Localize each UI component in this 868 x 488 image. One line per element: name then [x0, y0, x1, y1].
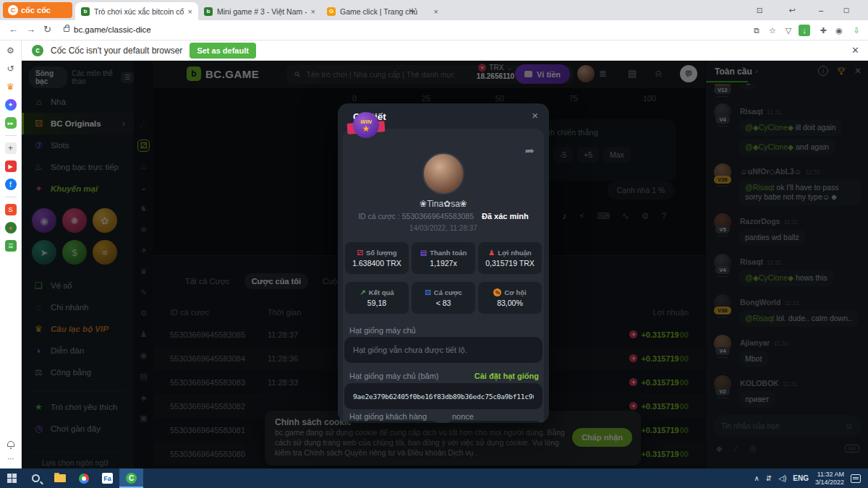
stat-icon: ↗: [359, 288, 365, 296]
bettor-username[interactable]: ❀Tina✿sa❀: [338, 199, 549, 209]
extensions-icon[interactable]: ✚: [817, 25, 829, 36]
stat-value: < 83: [436, 299, 451, 307]
facebook-app-icon[interactable]: Fa: [95, 468, 119, 488]
seed-settings-link[interactable]: Cài đặt hạt giống: [475, 372, 539, 380]
youtube-icon[interactable]: ▶: [5, 160, 17, 172]
games-gamepad-icon[interactable]: ▸▸: [5, 117, 17, 129]
tab-strip: b Trò chơi xúc xắc bitcoin cổ đ × b Mini…: [75, 0, 444, 18]
start-button[interactable]: [0, 468, 24, 488]
stat-label: Cơ hội: [504, 288, 527, 296]
translate-icon[interactable]: ⧉: [751, 25, 762, 36]
tab-favicon: b: [204, 7, 213, 16]
notice-close-icon[interactable]: ✕: [851, 45, 859, 56]
stat-icon: %: [493, 288, 501, 296]
taskbar-search-icon[interactable]: [24, 468, 48, 488]
reload-icon[interactable]: ↻: [43, 24, 51, 35]
stat-label: Lợi nhuận: [498, 249, 531, 257]
stat-value: 0,315719 TRX: [485, 259, 535, 267]
stat-value: 1.638400 TRX: [352, 259, 401, 267]
coccoc-menu-button[interactable]: C cốc cốc: [3, 2, 72, 18]
bookmark-star-icon[interactable]: ☆: [767, 25, 778, 36]
chrome-icon[interactable]: [72, 468, 95, 488]
browser-tab[interactable]: b Mini game # 3 - Việt Nam - ×: [198, 2, 321, 20]
bettor-avatar[interactable]: [422, 153, 464, 194]
facebook-icon[interactable]: f: [5, 179, 17, 190]
nonce-field[interactable]: [446, 421, 542, 423]
browser-sidebar-bottom: ⋯: [0, 441, 22, 468]
bet-stats-grid: ⚂Số lượng 1.638400 TRX ▤Thanh toán 1,192…: [345, 242, 542, 314]
coccoc-logo-icon: C: [8, 5, 18, 15]
bet-datetime: 14/03/2022, 11:28:37: [338, 224, 549, 232]
profile-icon[interactable]: ◉: [833, 25, 845, 36]
stat-cell: ⚂Số lượng 1.638400 TRX: [345, 242, 409, 274]
news-feed-icon[interactable]: ☰: [5, 240, 17, 252]
stat-icon: ⚂: [357, 249, 363, 257]
downloads-tray-icon[interactable]: ⇩: [851, 25, 862, 36]
add-shortcut-icon[interactable]: +: [5, 142, 17, 154]
set-default-button[interactable]: Set as default: [190, 43, 256, 59]
coccoc-taskbar-icon[interactable]: C: [119, 468, 143, 488]
hashed-seed-label: Hạt giống máy chủ (băm): [349, 372, 439, 380]
tab-favicon: G: [327, 7, 336, 16]
bet-id-row: ID cá cược : 55303669645583085 Đã xác mi…: [338, 212, 549, 221]
default-browser-notice: c Cốc Cốc isn't your default browser Set…: [22, 40, 868, 61]
stat-cell: ♟Lợi nhuận 0,315719 TRX: [478, 242, 542, 274]
tray-expand-icon[interactable]: ∧: [754, 474, 760, 482]
more-options-icon[interactable]: ⋯: [5, 453, 17, 464]
plant-widget-icon[interactable]: ●: [5, 222, 17, 234]
hashed-seed-field[interactable]: 9ae2e379b62405f0be16f83db89b36edc75c0a9b…: [344, 383, 542, 409]
verify-link[interactable]: Đã xác minh: [482, 212, 529, 221]
tab-favicon: b: [81, 7, 90, 16]
browser-tab[interactable]: b Trò chơi xúc xắc bitcoin cổ đ ×: [75, 2, 198, 20]
volume-icon[interactable]: ◁): [778, 474, 786, 482]
notice-text: Cốc Cốc isn't your default browser: [51, 46, 182, 56]
share-icon[interactable]: ➦: [525, 144, 535, 158]
notifications-bell-icon[interactable]: [7, 441, 14, 447]
clock-date: 3/14/2022: [815, 479, 844, 487]
stat-value: 1,1927x: [430, 259, 456, 267]
stat-icon: ⚄: [425, 288, 431, 296]
stat-cell: ▤Thanh toán 1,1927x: [412, 242, 475, 274]
clock-time: 11:32 AM: [815, 471, 844, 479]
history-icon[interactable]: ↺: [5, 63, 17, 74]
forward-icon[interactable]: →: [26, 24, 35, 35]
modal-close-icon[interactable]: ×: [532, 109, 538, 121]
close-window-button[interactable]: ×: [856, 0, 868, 20]
minimize-button[interactable]: –: [807, 0, 835, 20]
download-active-icon[interactable]: ↓: [799, 25, 810, 36]
new-tab-button[interactable]: +: [405, 4, 420, 18]
recent-tabs-icon[interactable]: ↩: [778, 0, 807, 20]
webpage-viewport: Sòng bạc Các môn thể thao ☰ ⌂ Nhà ⚄ BC O…: [22, 61, 868, 468]
settings-gear-icon[interactable]: ⚙: [5, 45, 17, 56]
browser-tab[interactable]: G Game click | Trang chủ ×: [321, 2, 444, 20]
action-center-icon[interactable]: [851, 474, 861, 483]
padlock-icon[interactable]: [64, 27, 69, 32]
client-seed-field[interactable]: [344, 421, 440, 423]
stat-label: Số lượng: [366, 249, 397, 257]
network-icon[interactable]: ⇵: [766, 474, 772, 482]
stat-cell: ↗Kết quả 59,18: [345, 282, 409, 314]
url-text[interactable]: bc.game/classic-dice: [74, 25, 151, 34]
taskbar-clock[interactable]: 11:32 AM 3/14/2022: [815, 471, 844, 487]
tab-close-icon[interactable]: ×: [434, 7, 438, 16]
coccoc-notice-icon: c: [32, 45, 43, 56]
back-icon[interactable]: ←: [9, 24, 18, 35]
screen: C cốc cốc b Trò chơi xúc xắc bitcoin cổ …: [0, 0, 868, 488]
stat-label: Kết quả: [369, 288, 394, 296]
coccoc-brand-label: cốc cốc: [21, 6, 51, 14]
tab-close-icon[interactable]: ×: [311, 7, 315, 16]
tab-search-icon[interactable]: ⊡: [745, 0, 774, 20]
keyboard-language[interactable]: ENG: [793, 474, 809, 482]
rewards-crown-icon[interactable]: ♛: [5, 81, 17, 93]
server-seed-field[interactable]: Hạt giống vẫn chưa được tiết lộ.: [344, 337, 542, 363]
tab-title: Mini game # 3 - Việt Nam -: [217, 7, 307, 16]
tab-close-icon[interactable]: ×: [188, 7, 192, 16]
file-explorer-icon[interactable]: [48, 468, 72, 488]
shopee-icon[interactable]: S: [5, 204, 17, 215]
bet-id-value: ID cá cược : 55303669645583085: [358, 212, 474, 221]
hashed-seed-value: 9ae2e379b62405f0be16f83db89b36edc75c0a9b…: [353, 393, 534, 401]
shield-icon[interactable]: ▽: [783, 25, 794, 36]
stat-icon: ▤: [420, 249, 427, 257]
stat-value: 83,00%: [497, 299, 523, 307]
messenger-icon[interactable]: ✦: [5, 99, 17, 111]
